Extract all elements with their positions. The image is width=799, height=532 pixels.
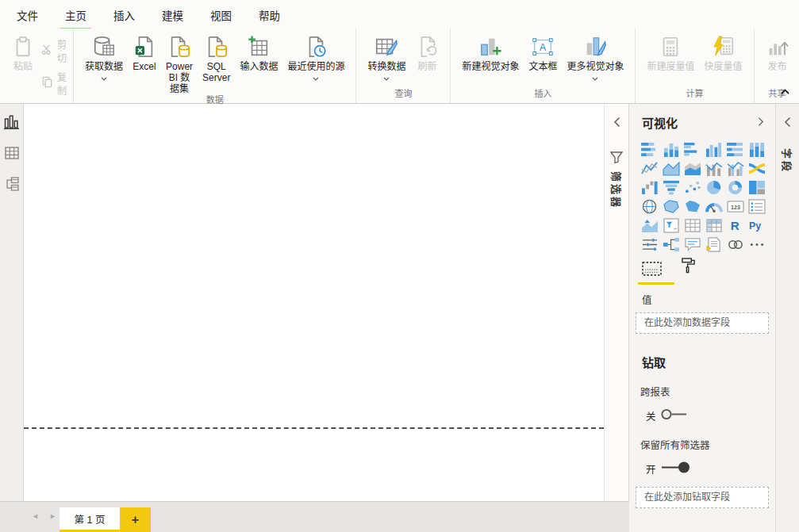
visual-type-card-icon[interactable]: 123 xyxy=(724,197,746,216)
ribbon-button-label: 获取数据 xyxy=(85,61,123,72)
page-tab-1[interactable]: 第 1 页 xyxy=(60,507,120,530)
add-page-button[interactable]: + xyxy=(120,507,151,532)
sidebar-item-model-view[interactable] xyxy=(0,172,23,196)
visual-type-map-icon[interactable] xyxy=(639,197,660,216)
sidebar-item-data-view[interactable] xyxy=(0,141,23,165)
visual-type-matrix-icon[interactable] xyxy=(703,216,724,235)
ribbon-button-new-visual[interactable]: 新建视觉对象 xyxy=(457,32,524,73)
visual-type-treemap-icon[interactable] xyxy=(746,178,767,197)
visual-type-stacked-bar-100-icon[interactable] xyxy=(724,140,746,159)
visual-type-funnel-chart-icon[interactable] xyxy=(660,178,682,197)
collapse-visualizations-icon[interactable] xyxy=(758,116,764,130)
visual-type-clustered-column-chart-icon[interactable] xyxy=(703,140,724,159)
prev-page-arrow: ◄ xyxy=(32,512,39,520)
scissors-icon xyxy=(41,44,53,58)
ribbon-group-data: 获取数据ExcelPower BI 数据集SQL Server输入数据最近使用的… xyxy=(73,29,355,103)
ribbon-button-excel[interactable]: Excel xyxy=(128,32,161,73)
ribbon-button-text-box[interactable]: A文本框 xyxy=(524,32,562,73)
cross-report-toggle[interactable] xyxy=(660,408,693,423)
menu-item-insert[interactable]: 插入 xyxy=(111,1,137,28)
menu-item-view[interactable]: 视图 xyxy=(208,1,234,28)
calculator-icon xyxy=(659,33,682,61)
visual-gallery: 123RPy xyxy=(639,140,770,254)
visual-type-stacked-column-chart-icon[interactable] xyxy=(660,140,682,159)
ribbon-button-quick-measure: 快度量值 xyxy=(700,32,747,73)
ribbon-button-recent-sources[interactable]: 最近使用的源 xyxy=(282,32,349,78)
ribbon-button-label: 粘贴 xyxy=(13,61,33,72)
ribbon-button-transform-data[interactable]: 转换数据 xyxy=(363,32,410,78)
visual-type-qna-icon[interactable] xyxy=(682,235,703,254)
chevron-down-icon xyxy=(592,73,598,78)
cross-report-state: 关 xyxy=(646,408,656,423)
visual-type-shape-map-icon[interactable] xyxy=(682,197,703,216)
ribbon-button-label: 发布 xyxy=(768,61,787,72)
ribbon-group-insert: 新建视觉对象A文本框更多视觉对象插入 xyxy=(450,29,635,103)
ribbon-button-get-data[interactable]: 获取数据 xyxy=(80,32,128,78)
visual-type-multi-row-card-icon[interactable] xyxy=(746,197,767,216)
menu-item-modeling[interactable]: 建模 xyxy=(159,1,186,28)
values-field-well[interactable]: 在此处添加数据字段 xyxy=(636,312,769,334)
ribbon-button-copy: 复制 xyxy=(41,70,67,97)
collapse-ribbon-button[interactable] xyxy=(781,83,789,98)
tab-fields[interactable] xyxy=(642,262,662,285)
next-page-arrow: ► xyxy=(49,512,56,520)
ribbon-button-enter-data[interactable]: 输入数据 xyxy=(235,32,282,73)
publish-icon xyxy=(766,33,789,61)
visual-type-waterfall-chart-icon[interactable] xyxy=(639,178,660,197)
ribbon-button-sql-server[interactable]: SQL Server xyxy=(198,32,235,84)
visual-type-gauge-icon[interactable] xyxy=(703,197,724,216)
enter-data-icon xyxy=(247,33,271,61)
visual-type-line-clustered-column-chart-icon[interactable] xyxy=(724,159,746,178)
ribbon-button-label: Excel xyxy=(133,61,156,72)
sidebar-item-report-view[interactable] xyxy=(0,110,23,134)
visual-type-stacked-area-chart-icon[interactable] xyxy=(682,159,703,178)
visual-type-pie-chart-icon[interactable] xyxy=(703,178,724,197)
ribbon-group-label-calculations: 计算 xyxy=(642,89,747,103)
view-sidebar xyxy=(0,104,24,532)
visual-type-area-chart-icon[interactable] xyxy=(660,159,682,178)
menu-item-file[interactable]: 文件 xyxy=(14,1,40,28)
visual-type-line-chart-icon[interactable] xyxy=(639,159,660,178)
svg-text:Py: Py xyxy=(749,220,761,232)
fields-tab-icon xyxy=(642,265,662,278)
visual-type-stacked-bar-chart-icon[interactable] xyxy=(639,140,660,159)
visual-type-r-script-icon[interactable]: R xyxy=(724,216,746,235)
visual-type-stacked-column-100-icon[interactable] xyxy=(746,140,767,159)
keep-filters-toggle[interactable] xyxy=(660,461,693,477)
visual-type-table-icon[interactable] xyxy=(682,216,703,235)
ribbon-button-label: 刷新 xyxy=(417,61,436,72)
visual-type-python-icon[interactable]: Py xyxy=(746,216,767,235)
visual-type-line-stacked-column-chart-icon[interactable] xyxy=(703,159,724,178)
ribbon-button-power-bi-datasets[interactable]: Power BI 数据集 xyxy=(161,32,198,95)
visual-type-decomposition-tree-icon[interactable] xyxy=(660,235,682,254)
report-canvas[interactable] xyxy=(24,104,604,501)
ribbon-button-new-measure: 新建度量值 xyxy=(642,32,699,73)
ribbon-button-cut: 剪切 xyxy=(41,37,67,64)
visual-type-more-options-icon[interactable] xyxy=(746,235,767,254)
drillthrough-field-well[interactable]: 在此处添加钻取字段 xyxy=(636,487,769,508)
expand-fields-icon[interactable] xyxy=(784,117,791,128)
clipboard-icon xyxy=(11,33,35,61)
visual-type-arcgis-map-icon[interactable] xyxy=(724,235,746,254)
menu-item-help[interactable]: 帮助 xyxy=(256,1,282,28)
ribbon-button-label: SQL Server xyxy=(202,61,230,83)
visual-type-filled-map-icon[interactable] xyxy=(660,197,682,216)
visual-type-key-influencers-icon[interactable] xyxy=(639,235,660,254)
ribbon-button-label: 更多视觉对象 xyxy=(567,61,624,72)
sql-icon xyxy=(205,33,229,61)
visual-type-clustered-bar-chart-icon[interactable] xyxy=(682,140,703,159)
expand-filters-icon[interactable] xyxy=(613,117,620,128)
quick-measure-icon xyxy=(712,33,736,61)
ribbon-button-more-visuals[interactable]: 更多视觉对象 xyxy=(562,32,628,78)
menu-item-home[interactable]: 主页 xyxy=(63,1,89,28)
tab-format[interactable] xyxy=(681,257,696,285)
transform-icon xyxy=(375,33,398,61)
visual-type-ribbon-chart-icon[interactable] xyxy=(746,159,767,178)
visual-type-scatter-chart-icon[interactable] xyxy=(682,178,703,197)
visual-type-slicer-icon[interactable] xyxy=(660,216,682,235)
visual-type-paginated-report-icon[interactable] xyxy=(703,235,724,254)
ribbon-button-paste: 粘贴 xyxy=(6,32,40,73)
chevron-down-icon xyxy=(101,73,107,78)
visual-type-kpi-icon[interactable] xyxy=(639,216,660,235)
visual-type-donut-chart-icon[interactable] xyxy=(724,178,746,197)
